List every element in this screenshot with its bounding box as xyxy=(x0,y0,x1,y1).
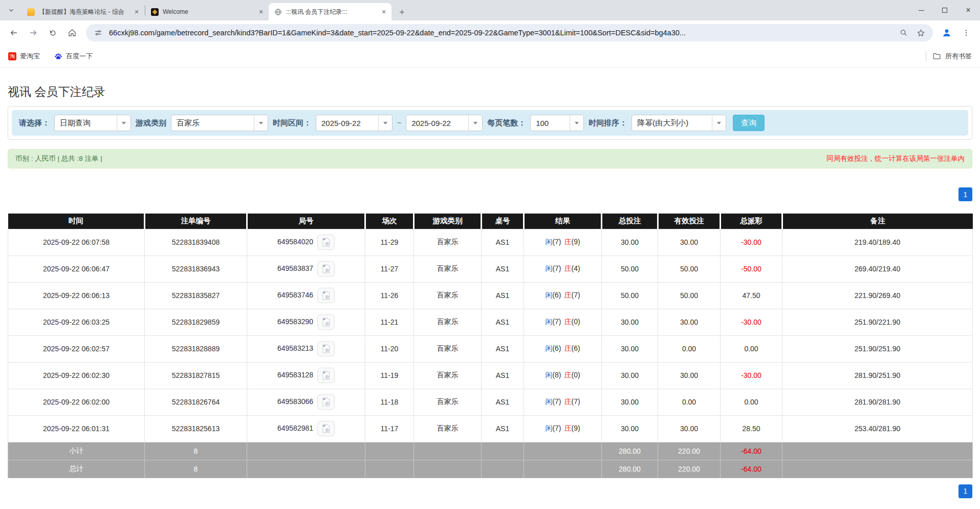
round-id-value: 649583837 xyxy=(277,264,313,272)
cell-total-bet[interactable]: 50.00 xyxy=(602,282,658,309)
zoom-indicator-button[interactable] xyxy=(898,27,910,39)
game-type-select[interactable]: 百家乐 xyxy=(171,115,268,131)
url-text[interactable]: 66cxkj98.com/game/betrecord_search/kind3… xyxy=(109,29,893,37)
sort-select[interactable]: 降幂(由大到小) xyxy=(631,115,726,131)
bookmark-taobao[interactable]: 淘 爱淘宝 xyxy=(8,52,40,61)
all-bookmarks-label: 所有书签 xyxy=(945,52,972,61)
cell-game-type: 百家乐 xyxy=(414,309,482,335)
cell-session: 11-17 xyxy=(365,415,414,442)
video-replay-button[interactable] xyxy=(317,421,335,436)
chevron-down-icon xyxy=(254,115,268,131)
video-replay-button[interactable] xyxy=(317,394,335,410)
cell-round-id: 649583128 xyxy=(247,362,365,389)
table-header-row: 时间 注单编号 局号 场次 游戏类别 桌号 结果 总投注 有效投注 总派彩 备注 xyxy=(8,214,973,229)
tab-title: :::视讯 会员下注纪录::: xyxy=(286,8,375,16)
reload-icon xyxy=(49,29,57,37)
video-file-icon xyxy=(321,344,331,354)
all-bookmarks-button[interactable]: 所有书签 xyxy=(932,52,972,61)
bookmark-star-button[interactable] xyxy=(914,27,927,39)
address-bar[interactable]: 66cxkj98.com/game/betrecord_search/kind3… xyxy=(86,24,933,41)
video-replay-button[interactable] xyxy=(317,235,335,250)
chevron-down-icon xyxy=(8,7,15,14)
home-button[interactable] xyxy=(63,24,81,41)
round-id-value: 649583128 xyxy=(277,371,313,379)
cell-total-bet[interactable]: 30.00 xyxy=(602,389,658,415)
browser-window: 【新提醒】海燕策略论坛 - 综合 × Welcome × :::视讯 会员下注纪… xyxy=(0,0,980,68)
cell-total-bet[interactable]: 30.00 xyxy=(602,335,658,362)
window-minimize-button[interactable] xyxy=(909,0,933,20)
video-replay-button[interactable] xyxy=(317,261,335,277)
video-replay-button[interactable] xyxy=(317,341,335,356)
window-close-button[interactable]: × xyxy=(956,0,980,20)
video-file-icon xyxy=(321,237,331,247)
table-body: 2025-09-22 06:07:58 522831839408 6495840… xyxy=(8,229,973,442)
tab-title: Welcome xyxy=(163,8,252,15)
chevron-down-icon xyxy=(712,115,726,131)
profile-button[interactable] xyxy=(938,24,955,41)
tab-close-icon[interactable]: × xyxy=(132,7,141,16)
cell-total-bet[interactable]: 30.00 xyxy=(602,362,658,389)
date-range-label: 时间区间： xyxy=(273,118,311,128)
date-start-select[interactable]: 2025-09-22 xyxy=(316,115,393,131)
subtotal-valid-bet: 220.00 xyxy=(658,442,721,460)
query-type-select[interactable]: 日期查询 xyxy=(54,115,131,131)
cell-result: 闲(7)庄(7) xyxy=(524,389,602,415)
cell-session: 11-26 xyxy=(365,282,414,309)
cell-session: 11-19 xyxy=(365,362,414,389)
bookmark-baidu[interactable]: 百度一下 xyxy=(54,52,93,61)
result-player: 闲 xyxy=(545,371,552,379)
cell-session: 11-20 xyxy=(365,335,414,362)
header-table-no: 桌号 xyxy=(482,214,524,229)
window-maximize-button[interactable] xyxy=(933,0,956,20)
result-player: 闲 xyxy=(545,424,552,432)
cell-total-bet[interactable]: 30.00 xyxy=(602,229,658,256)
tab-close-icon[interactable]: × xyxy=(379,7,388,16)
cell-bet-id: 522831827815 xyxy=(145,362,247,389)
table-row: 2025-09-22 06:02:30 522831827815 6495831… xyxy=(8,362,973,389)
page-number-button[interactable]: 1 xyxy=(959,187,972,201)
cell-total-bet[interactable]: 50.00 xyxy=(602,256,658,282)
profile-avatar-icon xyxy=(942,28,952,38)
new-tab-button[interactable] xyxy=(395,5,409,19)
total-valid-bet: 220.00 xyxy=(658,460,721,478)
bet-records-table: 时间 注单编号 局号 场次 游戏类别 桌号 结果 总投注 有效投注 总派彩 备注… xyxy=(8,214,973,478)
tab-welcome[interactable]: Welcome × xyxy=(146,3,269,20)
cell-total-bet[interactable]: 30.00 xyxy=(602,309,658,335)
cell-table-no: AS1 xyxy=(482,362,524,389)
cell-bet-id: 522831826764 xyxy=(145,389,247,415)
cell-game-type: 百家乐 xyxy=(414,415,482,442)
date-end-select[interactable]: 2025-09-22 xyxy=(406,115,483,131)
home-icon xyxy=(68,28,77,37)
baidu-paw-icon xyxy=(54,52,62,60)
query-button[interactable]: 查询 xyxy=(733,115,765,131)
window-controls: × xyxy=(909,0,980,20)
tab-separator xyxy=(145,5,145,15)
tab-bet-records[interactable]: :::视讯 会员下注纪录::: × xyxy=(269,3,391,20)
video-replay-button[interactable] xyxy=(317,314,335,330)
video-replay-button[interactable] xyxy=(317,288,335,303)
cell-bet-id: 522831829859 xyxy=(145,309,247,335)
tab-forum[interactable]: 【新提醒】海燕策略论坛 - 综合 × xyxy=(21,3,144,20)
reload-button[interactable] xyxy=(44,24,61,41)
tab-search-button[interactable] xyxy=(4,3,18,17)
forward-button[interactable] xyxy=(25,24,42,41)
page-size-select[interactable]: 100 xyxy=(530,115,584,131)
back-button[interactable] xyxy=(5,24,23,41)
cell-time: 2025-09-22 06:02:57 xyxy=(8,335,145,362)
cell-bet-id: 522831839408 xyxy=(145,229,247,256)
filter-panel: 请选择： 日期查询 游戏类别 百家乐 时间区间： 2025-09-22 ~ 20… xyxy=(8,106,972,140)
star-icon xyxy=(917,29,925,37)
chevron-down-icon xyxy=(570,115,583,131)
cell-total-bet[interactable]: 30.00 xyxy=(602,415,658,442)
result-player: 闲 xyxy=(545,264,552,272)
browser-menu-button[interactable] xyxy=(957,24,975,41)
cell-result: 闲(7)庄(4) xyxy=(524,256,602,282)
site-settings-button[interactable] xyxy=(92,27,104,39)
page-number-button[interactable]: 1 xyxy=(959,484,972,498)
table-row: 2025-09-22 06:07:58 522831839408 6495840… xyxy=(8,229,973,256)
header-time: 时间 xyxy=(8,214,145,229)
video-replay-button[interactable] xyxy=(317,368,335,383)
taobao-icon: 淘 xyxy=(8,52,16,60)
table-row: 2025-09-22 06:01:31 522831825613 6495829… xyxy=(8,415,973,442)
tab-close-icon[interactable]: × xyxy=(256,7,266,16)
